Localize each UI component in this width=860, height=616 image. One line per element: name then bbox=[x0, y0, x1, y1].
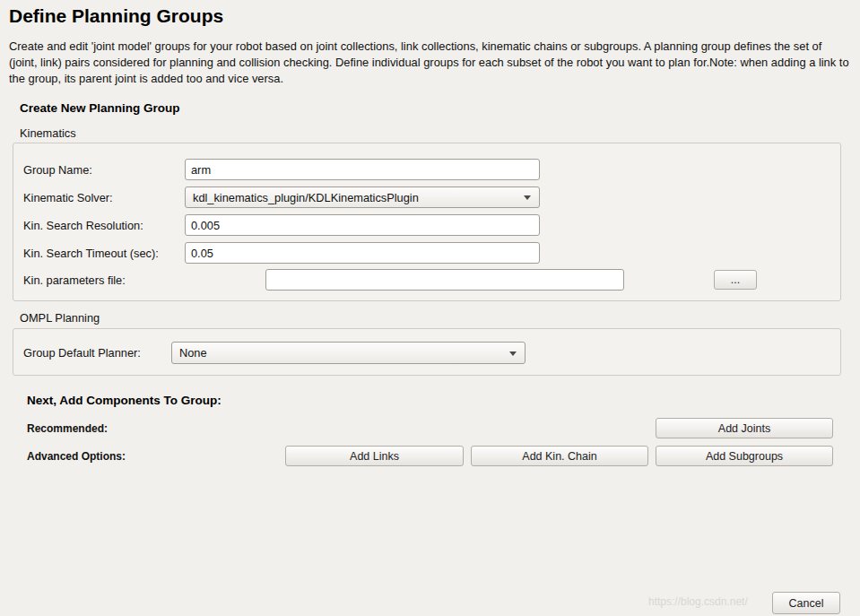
kinematic-solver-value: kdl_kinematics_plugin/KDLKinematicsPlugi… bbox=[193, 191, 419, 204]
chevron-down-icon bbox=[509, 351, 517, 356]
default-planner-label: Group Default Planner: bbox=[23, 342, 141, 364]
search-resolution-input[interactable] bbox=[185, 214, 540, 236]
recommended-label: Recommended: bbox=[27, 422, 108, 435]
search-resolution-label: Kin. Search Resolution: bbox=[23, 214, 143, 236]
cancel-button[interactable]: Cancel bbox=[772, 592, 840, 614]
advanced-options-label: Advanced Options: bbox=[27, 450, 126, 463]
default-planner-value: None bbox=[179, 346, 207, 360]
kinematics-box-label: Kinematics bbox=[20, 126, 76, 140]
page-title: Define Planning Groups bbox=[9, 5, 223, 27]
chevron-down-icon bbox=[524, 195, 531, 200]
define-planning-groups-screen: Define Planning Groups Create and edit '… bbox=[0, 0, 860, 616]
browse-file-button[interactable]: ... bbox=[714, 270, 757, 290]
add-kin-chain-button[interactable]: Add Kin. Chain bbox=[471, 446, 648, 466]
group-name-label: Group Name: bbox=[23, 159, 92, 180]
ompl-box-label: OMPL Planning bbox=[20, 311, 100, 325]
parameters-file-input[interactable] bbox=[265, 269, 624, 291]
search-timeout-input[interactable] bbox=[185, 242, 540, 264]
add-links-button[interactable]: Add Links bbox=[285, 446, 464, 466]
add-components-heading: Next, Add Components To Group: bbox=[27, 394, 222, 407]
kinematics-groupbox: Group Name: Kinematic Solver: kdl_kinema… bbox=[13, 143, 841, 301]
group-name-input[interactable] bbox=[185, 159, 540, 180]
default-planner-dropdown[interactable]: None bbox=[171, 342, 526, 364]
create-group-heading: Create New Planning Group bbox=[20, 101, 180, 115]
parameters-file-label: Kin. parameters file: bbox=[23, 269, 126, 291]
search-timeout-label: Kin. Search Timeout (sec): bbox=[23, 242, 159, 264]
add-subgroups-button[interactable]: Add Subgroups bbox=[656, 446, 833, 466]
kinematic-solver-label: Kinematic Solver: bbox=[23, 187, 113, 208]
add-joints-button[interactable]: Add Joints bbox=[656, 418, 833, 438]
page-description: Create and edit 'joint model' groups for… bbox=[9, 39, 852, 87]
watermark-text: https://blog.csdn.net/ bbox=[648, 595, 748, 608]
ompl-groupbox: Group Default Planner: None bbox=[13, 328, 841, 376]
kinematic-solver-dropdown[interactable]: kdl_kinematics_plugin/KDLKinematicsPlugi… bbox=[185, 187, 540, 208]
